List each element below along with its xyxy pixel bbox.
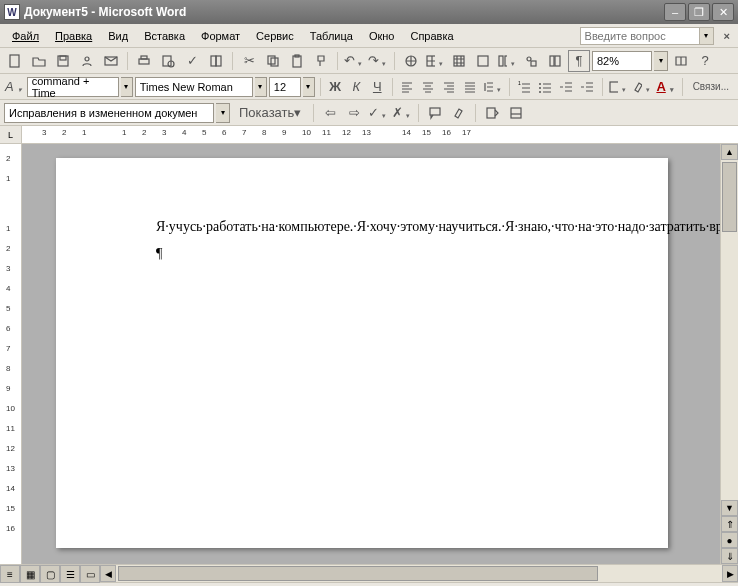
- new-comment-button[interactable]: [424, 102, 446, 124]
- show-formatting-button[interactable]: ¶: [568, 50, 590, 72]
- insert-worksheet-button[interactable]: [472, 50, 494, 72]
- horizontal-ruler[interactable]: L 321 123 456 789 101112 131415 1617: [0, 126, 738, 144]
- spellcheck-button[interactable]: ✓: [181, 50, 203, 72]
- save-button[interactable]: [52, 50, 74, 72]
- help-search-input[interactable]: [580, 27, 700, 45]
- style-dropdown[interactable]: ▾: [121, 77, 133, 97]
- paste-button[interactable]: [286, 50, 308, 72]
- review-display-dropdown[interactable]: ▾: [216, 103, 230, 123]
- highlight-tool-button[interactable]: [448, 102, 470, 124]
- zoom-dropdown[interactable]: ▾: [654, 51, 668, 71]
- tab-selector[interactable]: L: [0, 126, 22, 143]
- close-doc-button[interactable]: ×: [720, 30, 734, 42]
- next-page-button[interactable]: ⇓: [721, 548, 738, 564]
- print-button[interactable]: [133, 50, 155, 72]
- menu-file[interactable]: Файл: [4, 28, 47, 44]
- outline-view-button[interactable]: ☰: [60, 565, 80, 583]
- styles-pane-button[interactable]: A: [4, 76, 25, 98]
- font-color-button[interactable]: А: [655, 76, 676, 98]
- hscroll-track[interactable]: [116, 565, 722, 582]
- increase-indent-button[interactable]: [578, 76, 597, 98]
- undo-button[interactable]: ↶: [343, 50, 365, 72]
- menu-edit[interactable]: Правка: [47, 28, 100, 44]
- vscroll-track[interactable]: [721, 160, 738, 500]
- paragraph-text[interactable]: Я·учусь·работать·на·компьютере.·Я·хочу·э…: [156, 218, 568, 237]
- font-combo[interactable]: Times New Roman: [135, 77, 253, 97]
- help-search-dropdown[interactable]: ▾: [700, 27, 714, 45]
- numbered-list-button[interactable]: 1: [515, 76, 534, 98]
- doc-map-button[interactable]: [544, 50, 566, 72]
- menu-insert[interactable]: Вставка: [136, 28, 193, 44]
- minimize-button[interactable]: –: [664, 3, 686, 21]
- scroll-right-button[interactable]: ▶: [722, 565, 738, 582]
- browse-object-button[interactable]: ●: [721, 532, 738, 548]
- hscroll-thumb[interactable]: [118, 566, 598, 581]
- scroll-left-button[interactable]: ◀: [100, 565, 116, 582]
- accept-change-button[interactable]: ✓: [367, 102, 389, 124]
- size-dropdown[interactable]: ▾: [303, 77, 315, 97]
- reject-change-button[interactable]: ✗: [391, 102, 413, 124]
- vscroll-thumb[interactable]: [722, 162, 737, 232]
- line-spacing-button[interactable]: [482, 76, 504, 98]
- empty-paragraph[interactable]: ¶: [156, 245, 568, 264]
- borders-button[interactable]: [607, 76, 629, 98]
- scroll-down-button[interactable]: ▼: [721, 500, 738, 516]
- italic-button[interactable]: К: [347, 76, 366, 98]
- scroll-up-button[interactable]: ▲: [721, 144, 738, 160]
- cut-button[interactable]: ✂: [238, 50, 260, 72]
- menu-table[interactable]: Таблица: [302, 28, 361, 44]
- ruler-body[interactable]: 321 123 456 789 101112 131415 1617: [22, 126, 738, 143]
- reviewing-pane-button[interactable]: [505, 102, 527, 124]
- menu-format[interactable]: Формат: [193, 28, 248, 44]
- horizontal-scrollbar[interactable]: ◀ ▶: [100, 565, 738, 582]
- menu-help[interactable]: Справка: [402, 28, 461, 44]
- hyperlink-button[interactable]: [400, 50, 422, 72]
- next-change-button[interactable]: ⇨: [343, 102, 365, 124]
- prev-page-button[interactable]: ⇑: [721, 516, 738, 532]
- align-left-button[interactable]: [398, 76, 417, 98]
- align-center-button[interactable]: [419, 76, 438, 98]
- font-dropdown[interactable]: ▾: [255, 77, 267, 97]
- vertical-scrollbar[interactable]: ▲ ▼ ⇑ ● ⇓: [720, 144, 738, 564]
- permission-button[interactable]: [76, 50, 98, 72]
- size-combo[interactable]: 12: [269, 77, 301, 97]
- menu-view[interactable]: Вид: [100, 28, 136, 44]
- print-layout-view-button[interactable]: ▢: [40, 565, 60, 583]
- help-button[interactable]: ?: [694, 50, 716, 72]
- redo-button[interactable]: ↷: [367, 50, 389, 72]
- review-display-combo[interactable]: Исправления в измененном докумен: [4, 103, 214, 123]
- insert-table-button[interactable]: [448, 50, 470, 72]
- underline-button[interactable]: Ч: [368, 76, 387, 98]
- zoom-combo[interactable]: 82%: [592, 51, 652, 71]
- columns-button[interactable]: [496, 50, 518, 72]
- align-right-button[interactable]: [440, 76, 459, 98]
- copy-button[interactable]: [262, 50, 284, 72]
- justify-button[interactable]: [461, 76, 480, 98]
- document-area[interactable]: Я·учусь·работать·на·компьютере.·Я·хочу·э…: [22, 144, 720, 564]
- web-view-button[interactable]: ▦: [20, 565, 40, 583]
- email-button[interactable]: [100, 50, 122, 72]
- decrease-indent-button[interactable]: [557, 76, 576, 98]
- review-show-button[interactable]: Показать ▾: [232, 102, 308, 124]
- menu-tools[interactable]: Сервис: [248, 28, 302, 44]
- tables-borders-button[interactable]: [424, 50, 446, 72]
- maximize-button[interactable]: ❐: [688, 3, 710, 21]
- format-painter-button[interactable]: [310, 50, 332, 72]
- research-button[interactable]: [205, 50, 227, 72]
- page[interactable]: Я·учусь·работать·на·компьютере.·Я·хочу·э…: [56, 158, 668, 548]
- drawing-button[interactable]: [520, 50, 542, 72]
- links-panel-button[interactable]: Связи...: [688, 76, 734, 98]
- read-mode-button[interactable]: [670, 50, 692, 72]
- print-preview-button[interactable]: [157, 50, 179, 72]
- bold-button[interactable]: Ж: [326, 76, 345, 98]
- prev-change-button[interactable]: ⇦: [319, 102, 341, 124]
- style-combo[interactable]: command + Time: [27, 77, 119, 97]
- close-button[interactable]: ✕: [712, 3, 734, 21]
- menu-window[interactable]: Окно: [361, 28, 403, 44]
- track-changes-button[interactable]: [481, 102, 503, 124]
- reading-view-button[interactable]: ▭: [80, 565, 100, 583]
- new-doc-button[interactable]: [4, 50, 26, 72]
- open-button[interactable]: [28, 50, 50, 72]
- vertical-ruler[interactable]: 21 123 456 789 101112 131415 16: [0, 144, 22, 564]
- normal-view-button[interactable]: ≡: [0, 565, 20, 583]
